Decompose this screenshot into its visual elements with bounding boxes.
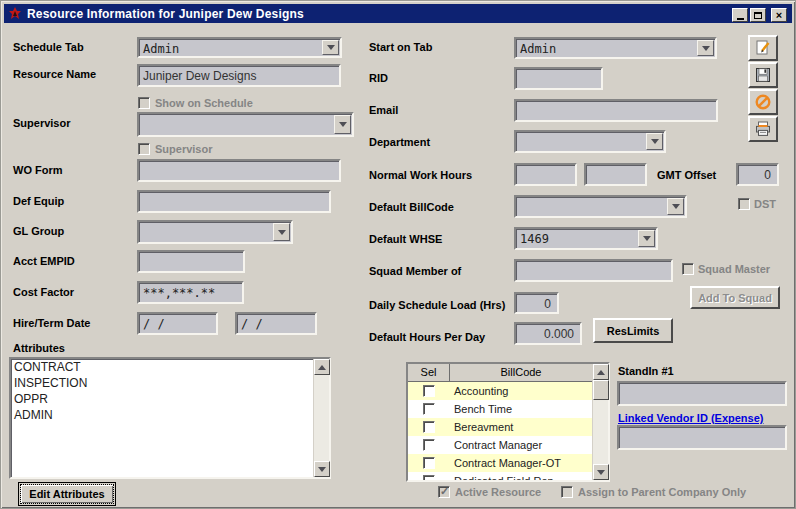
- table-row[interactable]: Contract Manager: [408, 436, 592, 454]
- scrollbar-thumb[interactable]: [593, 380, 609, 400]
- save-button[interactable]: [748, 62, 778, 88]
- resource-name-field[interactable]: Juniper Dew Designs: [137, 64, 341, 87]
- window-title: Resource Information for Juniper Dew Des…: [27, 7, 304, 21]
- chevron-down-icon[interactable]: [667, 198, 684, 215]
- row-checkbox[interactable]: [423, 475, 435, 480]
- email-value: [516, 101, 716, 107]
- default-whse-select[interactable]: 1469: [514, 227, 658, 250]
- hire-date-value: / /: [139, 314, 216, 334]
- add-to-squad-button[interactable]: Add To Squad: [690, 286, 780, 309]
- wo-form-label: WO Form: [13, 164, 63, 177]
- dst-checkbox[interactable]: [738, 198, 750, 210]
- list-item[interactable]: CONTRACT: [11, 359, 313, 375]
- default-hours-per-day-field[interactable]: 0.000: [514, 322, 582, 345]
- maximize-button[interactable]: [750, 8, 766, 22]
- gmt-offset-field[interactable]: 0: [736, 163, 779, 186]
- squad-master-checkbox[interactable]: [682, 263, 694, 275]
- table-row[interactable]: Contract Manager-OT: [408, 454, 592, 472]
- table-row[interactable]: Dedicated Field Rep: [408, 472, 592, 480]
- row-checkbox[interactable]: [423, 457, 435, 469]
- default-whse-label: Default WHSE: [369, 233, 442, 246]
- list-item[interactable]: ADMIN: [11, 407, 313, 423]
- def-equip-field[interactable]: [137, 190, 331, 213]
- scroll-down-icon[interactable]: [593, 464, 609, 480]
- close-button[interactable]: ×: [771, 8, 787, 22]
- chevron-down-icon[interactable]: [334, 115, 351, 134]
- linked-vendor-id-field[interactable]: [617, 425, 787, 450]
- wo-form-field[interactable]: [137, 159, 341, 182]
- default-billcode-value: [516, 197, 685, 203]
- default-whse-value: 1469: [516, 229, 656, 249]
- billcode-cell: Accounting: [450, 385, 508, 397]
- row-checkbox[interactable]: [423, 403, 435, 415]
- show-on-schedule-checkbox[interactable]: [138, 97, 150, 109]
- list-item[interactable]: INSPECTION: [11, 375, 313, 391]
- assign-parent-label: Assign to Parent Company Only: [578, 486, 746, 499]
- gl-group-select[interactable]: [137, 220, 293, 244]
- linked-vendor-id-link[interactable]: Linked Vendor ID (Expense): [618, 412, 763, 424]
- list-item[interactable]: OPPR: [11, 391, 313, 407]
- chevron-down-icon[interactable]: [646, 133, 663, 150]
- schedule-tab-value: Admin: [139, 39, 340, 59]
- default-billcode-select[interactable]: [514, 195, 687, 218]
- daily-schedule-load-field[interactable]: 0: [514, 292, 559, 314]
- acct-empid-label: Acct EMPID: [13, 255, 75, 268]
- linked-vendor-id-value: [619, 427, 785, 433]
- billcode-table-header: Sel BillCode: [408, 364, 592, 382]
- term-date-field[interactable]: / /: [235, 312, 317, 335]
- attributes-list: CONTRACT INSPECTION OPPR ADMIN: [11, 359, 313, 477]
- scroll-down-icon[interactable]: [314, 461, 330, 477]
- work-hours-end-value: [586, 165, 645, 171]
- titlebar: Resource Information for Juniper Dew Des…: [4, 4, 792, 23]
- reslimits-label: ResLimits: [607, 325, 660, 337]
- supervisor-select[interactable]: [137, 112, 354, 137]
- def-equip-value: [139, 192, 329, 198]
- gl-group-value: [139, 222, 291, 228]
- window: Resource Information for Juniper Dew Des…: [0, 0, 796, 509]
- row-checkbox[interactable]: [423, 421, 435, 433]
- edit-record-button[interactable]: [748, 35, 778, 61]
- cancel-button[interactable]: [748, 89, 778, 115]
- row-checkbox[interactable]: [423, 439, 435, 451]
- minimize-icon: [737, 18, 744, 20]
- supervisor-checkbox[interactable]: [138, 143, 150, 155]
- rid-field[interactable]: [514, 67, 603, 90]
- assign-parent-checkbox[interactable]: [561, 486, 573, 498]
- schedule-tab-select[interactable]: Admin: [137, 37, 342, 58]
- attributes-listbox[interactable]: CONTRACT INSPECTION OPPR ADMIN: [9, 357, 331, 479]
- minimize-button[interactable]: [732, 8, 748, 22]
- email-field[interactable]: [514, 99, 718, 122]
- table-row[interactable]: Bereavment: [408, 418, 592, 436]
- department-select[interactable]: [514, 130, 666, 153]
- hire-date-field[interactable]: / /: [137, 312, 218, 335]
- work-hours-start-field[interactable]: [514, 163, 577, 186]
- start-on-tab-value: Admin: [516, 39, 715, 59]
- chevron-down-icon[interactable]: [322, 40, 339, 55]
- edit-attributes-button[interactable]: Edit Attributes: [18, 482, 116, 506]
- chevron-down-icon[interactable]: [697, 40, 714, 56]
- work-hours-end-field[interactable]: [584, 163, 647, 186]
- cost-factor-field[interactable]: ***,***.**: [137, 281, 244, 304]
- billcode-cell: Contract Manager-OT: [450, 457, 561, 469]
- start-on-tab-select[interactable]: Admin: [514, 37, 717, 59]
- active-resource-checkbox[interactable]: [438, 486, 450, 498]
- attributes-scrollbar[interactable]: [313, 359, 329, 477]
- table-row[interactable]: Accounting: [408, 382, 592, 400]
- billcode-scrollbar[interactable]: [592, 364, 608, 480]
- squad-member-of-field[interactable]: [514, 259, 673, 282]
- standin-field[interactable]: [617, 381, 787, 406]
- billcode-cell: Bereavment: [450, 421, 513, 433]
- chevron-down-icon[interactable]: [638, 230, 655, 247]
- sel-column-header: Sel: [408, 364, 450, 381]
- scroll-up-icon[interactable]: [593, 364, 609, 380]
- table-row[interactable]: Bench Time: [408, 400, 592, 418]
- gmt-offset-value: 0: [738, 165, 777, 185]
- acct-empid-field[interactable]: [137, 250, 245, 273]
- chevron-down-icon[interactable]: [273, 223, 290, 241]
- acct-empid-value: [139, 252, 243, 258]
- scroll-up-icon[interactable]: [314, 359, 330, 375]
- print-button[interactable]: [748, 116, 778, 142]
- rid-value: [516, 69, 601, 75]
- row-checkbox[interactable]: [423, 385, 435, 397]
- reslimits-button[interactable]: ResLimits: [593, 318, 673, 343]
